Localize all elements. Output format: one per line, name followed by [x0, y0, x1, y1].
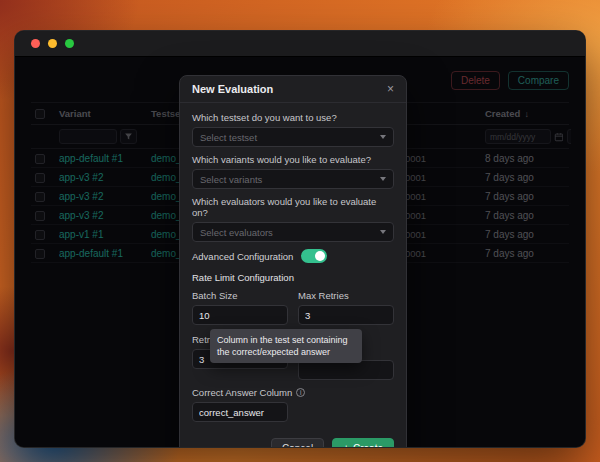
- chevron-down-icon: [380, 135, 386, 139]
- plus-icon: +: [343, 443, 349, 448]
- variants-select[interactable]: Select variants: [192, 169, 394, 189]
- advanced-config-toggle[interactable]: [301, 249, 327, 263]
- max-retries-input[interactable]: [298, 305, 394, 325]
- cancel-button[interactable]: Cancel: [271, 438, 324, 448]
- testset-select[interactable]: Select testset: [192, 127, 394, 147]
- info-icon[interactable]: i: [296, 388, 305, 397]
- create-button-label: Create: [353, 443, 383, 448]
- close-window-button[interactable]: [31, 39, 40, 48]
- evaluators-select[interactable]: Select evaluators: [192, 222, 394, 242]
- window-titlebar: [15, 31, 585, 57]
- advanced-config-label: Advanced Configuration: [192, 251, 293, 262]
- zoom-window-button[interactable]: [65, 39, 74, 48]
- batch-size-input[interactable]: [192, 305, 288, 325]
- correct-answer-column-label: Correct Answer Column: [192, 387, 292, 398]
- chevron-down-icon: [380, 230, 386, 234]
- evaluators-question-label: Which evaluators would you like to evalu…: [192, 196, 394, 218]
- batch-size-label: Batch Size: [192, 290, 288, 301]
- create-button[interactable]: + Create: [332, 438, 394, 448]
- max-retries-label: Max Retries: [298, 290, 394, 301]
- chevron-down-icon: [380, 177, 386, 181]
- minimize-window-button[interactable]: [48, 39, 57, 48]
- toggle-knob: [315, 251, 325, 261]
- testset-question-label: Which testset do you want to use?: [192, 112, 394, 123]
- testset-select-placeholder: Select testset: [200, 132, 257, 143]
- close-icon[interactable]: ×: [387, 84, 394, 94]
- rate-limit-header: Rate Limit Configuration: [192, 272, 394, 283]
- desktop-wallpaper: Delete Compare Variant Testset Created ↓: [0, 0, 600, 462]
- info-tooltip: Column in the test set containing the co…: [210, 329, 362, 363]
- new-evaluation-modal: New Evaluation × Which testset do you wa…: [179, 75, 407, 448]
- modal-title: New Evaluation: [192, 83, 273, 95]
- correct-answer-column-input[interactable]: [192, 402, 288, 422]
- app-window: Delete Compare Variant Testset Created ↓: [14, 30, 586, 448]
- variants-question-label: Which variants would you like to evaluat…: [192, 154, 394, 165]
- evaluators-select-placeholder: Select evaluators: [200, 227, 273, 238]
- variants-select-placeholder: Select variants: [200, 174, 262, 185]
